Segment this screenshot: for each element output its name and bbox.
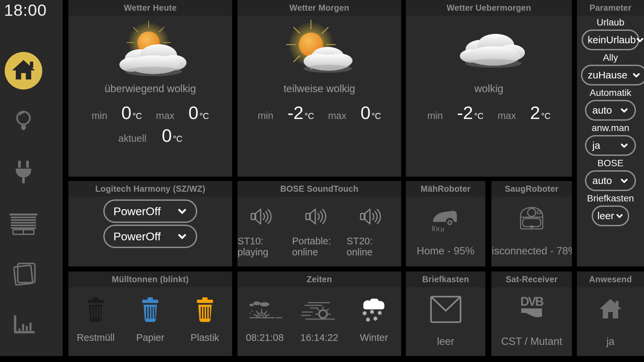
cloud-icon bbox=[447, 18, 531, 79]
max-label: max bbox=[497, 110, 516, 121]
param-group-ally: Ally zuHause bbox=[577, 51, 644, 86]
tile-title: Sat-Receiver bbox=[491, 272, 572, 287]
anwman-select[interactable]: ja bbox=[585, 135, 636, 156]
speaker-icon[interactable] bbox=[359, 203, 389, 228]
harmony-activity-select-1[interactable]: PowerOff bbox=[103, 199, 197, 223]
vacuum-robot-icon bbox=[517, 200, 546, 238]
sunrise-icon bbox=[246, 292, 283, 324]
trash-label: Plastik bbox=[191, 332, 219, 343]
svg-text:DVB: DVB bbox=[520, 295, 543, 308]
param-group-urlaub: Urlaub keinUrlaub bbox=[577, 16, 644, 51]
chevron-down-icon bbox=[632, 71, 641, 79]
max-value: 0°C bbox=[189, 102, 209, 123]
tile-wetter-heute: Wetter Heute bbox=[68, 0, 232, 177]
tile-parameter: Parameter Urlaub keinUrlaub Ally zuHause bbox=[577, 0, 644, 266]
sun-behind-cloud-icon bbox=[108, 18, 192, 79]
svg-text:❄: ❄ bbox=[365, 316, 370, 323]
sidebar-item-home[interactable] bbox=[5, 52, 42, 89]
speaker-icon[interactable] bbox=[305, 203, 334, 228]
min-label: min bbox=[258, 110, 273, 121]
weather-minmax: min -2°C max 0°C bbox=[258, 102, 381, 123]
aktuell-value: 0°C bbox=[162, 125, 182, 146]
chevron-down-icon bbox=[620, 141, 629, 150]
min-value: -2°C bbox=[457, 102, 483, 123]
speaker-status: Portable: online bbox=[292, 236, 347, 258]
aktuell-label: aktuell bbox=[118, 133, 147, 144]
tile-title: Briefkasten bbox=[406, 272, 485, 287]
bose-select[interactable]: auto bbox=[585, 170, 636, 191]
sidebar-item-charts[interactable] bbox=[12, 315, 35, 335]
weather-minmax: min 0°C max 0°C bbox=[92, 102, 209, 123]
urlaub-select[interactable]: keinUrlaub bbox=[582, 29, 639, 50]
briefkasten-select[interactable]: leer bbox=[592, 205, 629, 226]
weather-minmax: min -2°C max 2°C bbox=[427, 102, 551, 123]
sidebar-item-windows[interactable] bbox=[11, 262, 36, 286]
param-group-automatik: Automatik auto bbox=[577, 86, 644, 121]
sidebar-item-blinds[interactable] bbox=[9, 214, 38, 235]
param-label: Ally bbox=[603, 52, 618, 63]
automatik-select[interactable]: auto bbox=[585, 100, 636, 121]
saugroboter-status: disconnected - 78% bbox=[491, 245, 572, 257]
max-label: max bbox=[156, 110, 174, 121]
lawn-mower-icon bbox=[428, 200, 463, 238]
tile-title: Anwesend bbox=[577, 272, 644, 287]
tile-wetter-uebermorgen: Wetter Uebermorgen wolkig min -2°C max 2… bbox=[406, 0, 572, 177]
lightbulb-icon bbox=[13, 109, 34, 134]
blinds-icon bbox=[9, 214, 38, 235]
svg-text:❄: ❄ bbox=[377, 309, 382, 316]
speaker-icon[interactable] bbox=[250, 203, 279, 228]
anwesend-status: ja bbox=[606, 336, 614, 348]
svg-text:❄: ❄ bbox=[373, 315, 378, 322]
param-group-anwman: anw.man ja bbox=[577, 121, 644, 157]
home-presence-icon bbox=[597, 291, 624, 328]
sidebar: 18:00 bbox=[0, 0, 63, 356]
svg-text:❄: ❄ bbox=[369, 308, 374, 315]
tile-title: MähRoboter bbox=[406, 181, 485, 197]
param-label: Urlaub bbox=[597, 17, 624, 28]
param-label: Briefkasten bbox=[587, 193, 634, 204]
maehroboter-status: Home - 95% bbox=[417, 245, 474, 257]
max-value: 2°C bbox=[530, 102, 550, 123]
tile-title: Wetter Morgen bbox=[237, 0, 401, 16]
tile-anwesend: Anwesend ja bbox=[577, 272, 644, 356]
param-label: BOSE bbox=[597, 158, 624, 169]
min-value: -2°C bbox=[287, 102, 314, 123]
home-icon bbox=[5, 52, 42, 89]
tile-zeiten: Zeiten bbox=[237, 272, 401, 356]
param-group-briefkasten: Briefkasten leer bbox=[577, 192, 644, 227]
tile-bose-soundtouch: BOSE SoundTouch bbox=[237, 181, 401, 266]
chevron-down-icon bbox=[636, 36, 644, 44]
sidebar-item-lights[interactable] bbox=[13, 109, 34, 134]
tile-muelltonnen: Mülltonnen (blinkt) bbox=[68, 272, 232, 356]
sunrise-time: 08:21:08 bbox=[246, 332, 284, 343]
trash-papier-icon bbox=[140, 292, 161, 324]
chevron-down-icon bbox=[177, 206, 187, 216]
dvb-logo-icon: DVB bbox=[513, 291, 550, 328]
plug-icon bbox=[12, 160, 35, 185]
bar-chart-icon bbox=[12, 315, 35, 335]
tile-saugroboter: SaugRoboter disconnected - 78% bbox=[491, 181, 572, 266]
chevron-down-icon bbox=[615, 212, 624, 220]
briefkasten-status: leer bbox=[437, 336, 454, 348]
trash-label: Restmüll bbox=[77, 332, 115, 343]
tile-title: SaugRoboter bbox=[491, 181, 572, 197]
ally-select[interactable]: zuHause bbox=[581, 65, 644, 85]
tile-title: Logitech Harmony (SZ/WZ) bbox=[68, 181, 232, 197]
speaker-status: ST20: online bbox=[346, 236, 401, 258]
clock: 18:00 bbox=[4, 1, 47, 19]
trash-restmuell-icon bbox=[85, 292, 106, 324]
sidebar-item-power[interactable] bbox=[12, 160, 35, 185]
tile-title: Wetter Heute bbox=[68, 0, 232, 16]
tile-title: Zeiten bbox=[237, 272, 401, 287]
weather-condition: überwiegend wolkig bbox=[105, 83, 196, 95]
max-value: 0°C bbox=[361, 102, 381, 123]
season-label: Winter bbox=[360, 332, 388, 343]
chevron-down-icon bbox=[177, 231, 187, 241]
svg-text:❄: ❄ bbox=[362, 310, 367, 317]
trash-plastik-icon bbox=[194, 292, 216, 324]
weather-current: aktuell 0°C bbox=[118, 125, 182, 146]
tile-harmony: Logitech Harmony (SZ/WZ) PowerOff PowerO… bbox=[68, 181, 232, 266]
min-value: 0°C bbox=[121, 102, 142, 123]
param-label: anw.man bbox=[592, 123, 629, 133]
harmony-activity-select-2[interactable]: PowerOff bbox=[103, 225, 197, 248]
